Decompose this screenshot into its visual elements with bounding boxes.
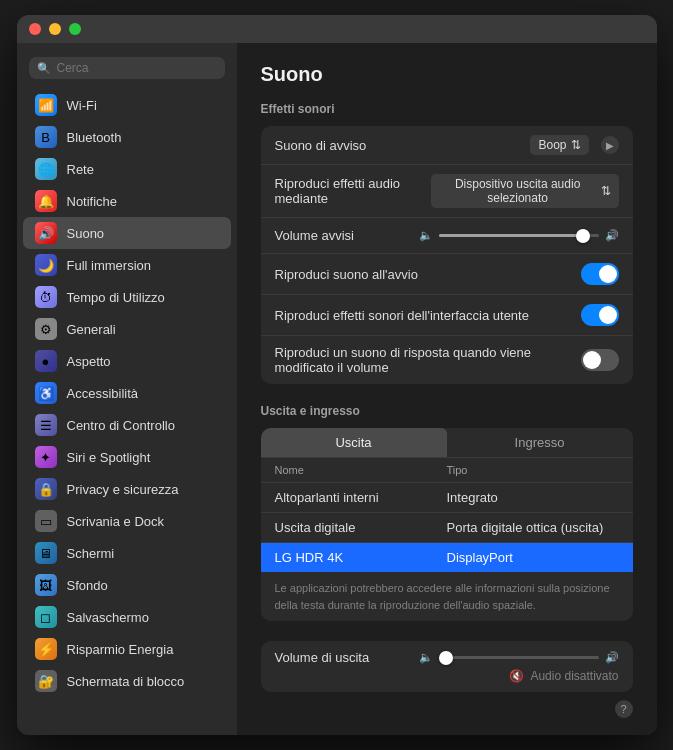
volume-avvisi-row: Volume avvisi 🔈 🔊	[261, 218, 633, 254]
sidebar-label-notifiche: Notifiche	[67, 194, 118, 209]
avvio-label: Riproduci suono all'avvio	[275, 267, 418, 282]
cell-nome: Altoparlanti interni	[275, 490, 447, 505]
spaziale-info: Le applicazioni potrebbero accedere alle…	[261, 572, 633, 621]
search-box[interactable]: 🔍	[29, 57, 225, 79]
sidebar-label-aspetto: Aspetto	[67, 354, 111, 369]
boop-dropdown[interactable]: Boop ⇅	[530, 135, 588, 155]
cell-nome: Uscita digitale	[275, 520, 447, 535]
cell-nome: LG HDR 4K	[275, 550, 447, 565]
search-icon: 🔍	[37, 62, 51, 75]
audio-disattivato-label: Audio disattivato	[530, 669, 618, 683]
sidebar-label-rete: Rete	[67, 162, 94, 177]
effetti-interfaccia-label: Riproduci effetti sonori dell'interfacci…	[275, 308, 529, 323]
riproduci-row: Riproduci effetti audio mediante Disposi…	[261, 165, 633, 218]
close-button[interactable]	[29, 23, 41, 35]
sidebar-item-privacy[interactable]: 🔒Privacy e sicurezza	[23, 473, 231, 505]
sidebar-item-sfondo[interactable]: 🖼Sfondo	[23, 569, 231, 601]
risposta-volume-toggle[interactable]	[581, 349, 619, 371]
accessibilita-icon: ♿	[35, 382, 57, 404]
cell-tipo: Integrato	[447, 490, 619, 505]
dispositivo-dropdown[interactable]: Dispositivo uscita audio selezionato ⇅	[431, 174, 619, 208]
play-button[interactable]: ▶	[601, 136, 619, 154]
sidebar-label-siri: Siri e Spotlight	[67, 450, 151, 465]
main-panel: Suono Effetti sonori Suono di avviso Boo…	[237, 43, 657, 735]
volume-slider-container: 🔈 🔊	[419, 229, 619, 242]
sidebar-item-scrivania[interactable]: ▭Scrivania e Dock	[23, 505, 231, 537]
sfondo-icon: 🖼	[35, 574, 57, 596]
sidebar-item-centro[interactable]: ☰Centro di Controllo	[23, 409, 231, 441]
dispositivo-label: Dispositivo uscita audio selezionato	[439, 177, 597, 205]
search-input[interactable]	[57, 61, 217, 75]
avvio-toggle[interactable]	[581, 263, 619, 285]
volume-uscita-slider[interactable]	[439, 656, 599, 659]
riproduci-value: Dispositivo uscita audio selezionato ⇅	[431, 174, 619, 208]
speaker-muted-icon: 🔇	[509, 669, 524, 683]
sidebar-label-risparmio: Risparmio Energia	[67, 642, 174, 657]
table-row[interactable]: Uscita digitalePorta digitale ottica (us…	[261, 513, 633, 543]
sidebar-label-suono: Suono	[67, 226, 105, 241]
sidebar-item-suono[interactable]: 🔊Suono	[23, 217, 231, 249]
sidebar-item-salvaschermo[interactable]: ◻Salvaschermo	[23, 601, 231, 633]
tab-uscita[interactable]: Uscita	[261, 428, 447, 457]
sidebar-label-wifi: Wi-Fi	[67, 98, 97, 113]
col-nome-header: Nome	[275, 464, 447, 476]
schermi-icon: 🖥	[35, 542, 57, 564]
sidebar-item-risparmio[interactable]: ⚡Risparmio Energia	[23, 633, 231, 665]
sidebar-label-schermata: Schermata di blocco	[67, 674, 185, 689]
sidebar-item-wifi[interactable]: 📶Wi-Fi	[23, 89, 231, 121]
risparmio-icon: ⚡	[35, 638, 57, 660]
notifiche-icon: 🔔	[35, 190, 57, 212]
sidebar-label-salvaschermo: Salvaschermo	[67, 610, 149, 625]
volume-avvisi-slider[interactable]	[439, 234, 599, 237]
uscita-ingresso-tabs: Uscita Ingresso	[261, 428, 633, 458]
schermata-icon: 🔐	[35, 670, 57, 692]
sidebar-label-centro: Centro di Controllo	[67, 418, 175, 433]
effetti-interfaccia-toggle[interactable]	[581, 304, 619, 326]
sidebar: 🔍 📶Wi-FiBBluetooth🌐Rete🔔Notifiche🔊Suono🌙…	[17, 43, 237, 735]
sidebar-item-rete[interactable]: 🌐Rete	[23, 153, 231, 185]
sidebar-label-scrivania: Scrivania e Dock	[67, 514, 165, 529]
sidebar-item-schermata[interactable]: 🔐Schermata di blocco	[23, 665, 231, 697]
bluetooth-icon: B	[35, 126, 57, 148]
volume-uscita-slider-container: 🔈 🔊	[419, 651, 619, 664]
boop-label: Boop	[538, 138, 566, 152]
sidebar-item-bluetooth[interactable]: BBluetooth	[23, 121, 231, 153]
main-layout: 🔍 📶Wi-FiBBluetooth🌐Rete🔔Notifiche🔊Suono🌙…	[17, 43, 657, 735]
risposta-volume-row: Riproduci un suono di risposta quando vi…	[261, 336, 633, 384]
sidebar-label-bluetooth: Bluetooth	[67, 130, 122, 145]
sidebar-item-fullimmersion[interactable]: 🌙Full immersion	[23, 249, 231, 281]
scrivania-icon: ▭	[35, 510, 57, 532]
table-row[interactable]: LG HDR 4KDisplayPort	[261, 543, 633, 572]
sidebar-item-schermi[interactable]: 🖥Schermi	[23, 537, 231, 569]
suono-avviso-value: Boop ⇅ ▶	[530, 135, 618, 155]
sidebar-item-accessibilita[interactable]: ♿Accessibilità	[23, 377, 231, 409]
maximize-button[interactable]	[69, 23, 81, 35]
rete-icon: 🌐	[35, 158, 57, 180]
system-preferences-window: 🔍 📶Wi-FiBBluetooth🌐Rete🔔Notifiche🔊Suono🌙…	[17, 15, 657, 735]
risposta-volume-label: Riproduci un suono di risposta quando vi…	[275, 345, 581, 375]
avvio-row: Riproduci suono all'avvio	[261, 254, 633, 295]
riproduci-label: Riproduci effetti audio mediante	[275, 176, 431, 206]
table-header: Nome Tipo	[261, 458, 633, 483]
titlebar	[17, 15, 657, 43]
volume-uscita-label: Volume di uscita	[275, 650, 370, 665]
sidebar-item-siri[interactable]: ✦Siri e Spotlight	[23, 441, 231, 473]
tab-ingresso[interactable]: Ingresso	[447, 428, 633, 457]
section-effetti-title: Effetti sonori	[261, 102, 633, 116]
section-uscita-title: Uscita e ingresso	[261, 404, 633, 418]
cell-tipo: DisplayPort	[447, 550, 619, 565]
sidebar-label-tempo: Tempo di Utilizzo	[67, 290, 165, 305]
sidebar-label-accessibilita: Accessibilità	[67, 386, 139, 401]
table-row[interactable]: Altoparlanti interniIntegrato	[261, 483, 633, 513]
minimize-button[interactable]	[49, 23, 61, 35]
suono-avviso-row: Suono di avviso Boop ⇅ ▶	[261, 126, 633, 165]
help-button[interactable]: ?	[615, 700, 633, 718]
sidebar-item-notifiche[interactable]: 🔔Notifiche	[23, 185, 231, 217]
aspetto-icon: ●	[35, 350, 57, 372]
sidebar-items-list: 📶Wi-FiBBluetooth🌐Rete🔔Notifiche🔊Suono🌙Fu…	[17, 89, 237, 697]
centro-icon: ☰	[35, 414, 57, 436]
chevron-icon: ⇅	[601, 184, 611, 198]
sidebar-item-tempo[interactable]: ⏱Tempo di Utilizzo	[23, 281, 231, 313]
sidebar-item-generali[interactable]: ⚙Generali	[23, 313, 231, 345]
sidebar-item-aspetto[interactable]: ●Aspetto	[23, 345, 231, 377]
